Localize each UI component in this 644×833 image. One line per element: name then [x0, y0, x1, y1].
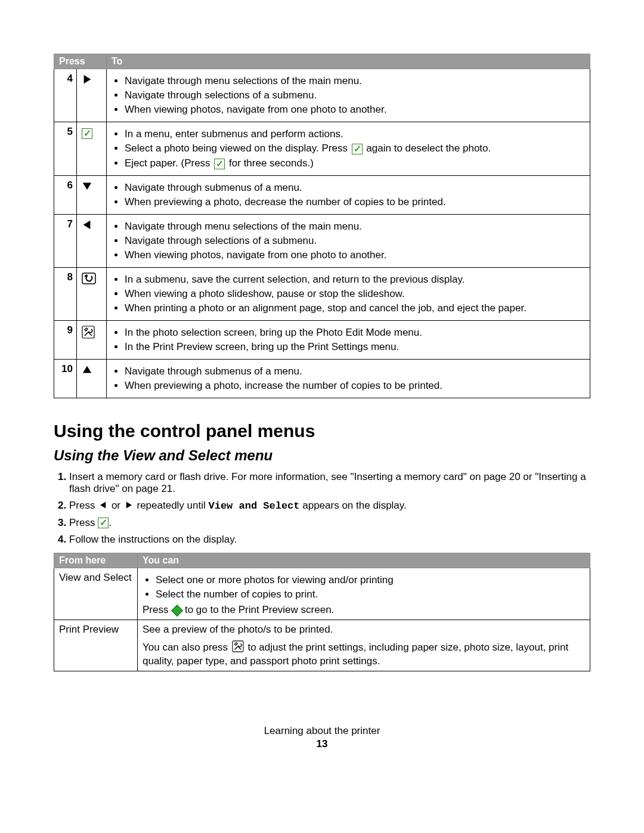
- start-icon: [171, 605, 182, 615]
- right-arrow-icon: [125, 500, 133, 512]
- row-number: 6: [54, 176, 77, 215]
- chapter-title: Learning about the printer: [54, 725, 590, 737]
- row-number: 8: [54, 268, 77, 321]
- header-from-here: From here: [54, 553, 138, 568]
- up-icon: [77, 360, 107, 398]
- list-item: Select a photo being viewed on the displ…: [125, 143, 585, 155]
- list-item: When printing a photo or an alignment pa…: [125, 302, 585, 314]
- steps-list: Insert a memory card or flash drive. For…: [54, 471, 590, 546]
- check-icon: [77, 122, 107, 176]
- table-row: 4Navigate through menu selections of the…: [54, 69, 590, 122]
- table-row: Print Preview See a preview of the photo…: [54, 620, 590, 671]
- row-number: 9: [54, 321, 77, 360]
- step-3: Press .: [69, 517, 590, 529]
- list-item: Select one or more photos for viewing an…: [156, 574, 585, 586]
- step-2: Press or repeatedly until View and Selec…: [69, 500, 590, 512]
- table-row: 6Navigate through submenus of a menu.Whe…: [54, 176, 590, 215]
- down-icon: [77, 176, 107, 215]
- check-icon: [214, 157, 225, 169]
- list-item: See a preview of the photo/s to be print…: [143, 624, 585, 636]
- tools-icon: [232, 640, 244, 655]
- check-icon: [98, 518, 109, 528]
- left-icon: [77, 215, 107, 268]
- table-row: 9In the photo selection screen, bring up…: [54, 321, 590, 360]
- left-arrow-icon: [99, 500, 107, 512]
- table-row: 8In a submenu, save the current selectio…: [54, 268, 590, 321]
- list-item: Eject paper. (Press for three seconds.): [125, 157, 585, 170]
- from-cell: View and Select: [54, 568, 138, 620]
- row-number: 7: [54, 215, 77, 268]
- row-number: 5: [54, 122, 77, 176]
- heading-view-select: Using the View and Select menu: [54, 447, 590, 464]
- header-press: Press: [54, 54, 107, 69]
- actions-table: From here You can View and Select Select…: [54, 553, 590, 671]
- table-row: View and Select Select one or more photo…: [54, 568, 590, 620]
- header-to: To: [107, 54, 590, 69]
- from-cell: Print Preview: [54, 620, 138, 671]
- tools-icon: [77, 321, 107, 360]
- table-row: 10Navigate through submenus of a menu.Wh…: [54, 360, 590, 398]
- header-you-can: You can: [138, 553, 590, 568]
- list-item: In the Print Preview screen, bring up th…: [125, 341, 585, 353]
- list-item: In a submenu, save the current selection…: [125, 274, 585, 286]
- table-row: 7Navigate through menu selections of the…: [54, 215, 590, 268]
- list-item: Navigate through menu selections of the …: [125, 75, 585, 87]
- heading-control-panel: Using the control panel menus: [54, 421, 590, 441]
- list-item: Select the number of copies to print.: [156, 589, 585, 600]
- list-item: Navigate through submenus of a menu.: [125, 182, 585, 194]
- check-icon: [352, 143, 363, 155]
- step-1: Insert a memory card or flash drive. For…: [69, 471, 590, 495]
- list-item: When viewing photos, navigate from one p…: [125, 104, 585, 116]
- step-4: Follow the instructions on the display.: [69, 534, 590, 546]
- page-number: 13: [54, 738, 590, 750]
- table-row: 5In a menu, enter submenus and perform a…: [54, 122, 590, 176]
- right-icon: [77, 69, 107, 122]
- list-item: When previewing a photo, increase the nu…: [125, 380, 585, 392]
- list-item: In a menu, enter submenus and perform ac…: [125, 128, 585, 140]
- list-item: In the photo selection screen, bring up …: [125, 327, 585, 339]
- list-item: Navigate through menu selections of the …: [125, 221, 585, 233]
- list-item: When viewing a photo slideshow, pause or…: [125, 288, 585, 300]
- row-number: 10: [54, 360, 77, 398]
- back-icon: [77, 268, 107, 321]
- list-item: Navigate through selections of a submenu…: [125, 89, 585, 101]
- list-item: Navigate through selections of a submenu…: [125, 235, 585, 247]
- page-footer: Learning about the printer 13: [54, 725, 590, 750]
- list-item: When previewing a photo, decrease the nu…: [125, 196, 585, 208]
- row-number: 4: [54, 69, 77, 122]
- buttons-table: Press To 4Navigate through menu selectio…: [54, 54, 590, 398]
- list-item: Navigate through submenus of a menu.: [125, 366, 585, 377]
- list-item: When viewing photos, navigate from one p…: [125, 249, 585, 261]
